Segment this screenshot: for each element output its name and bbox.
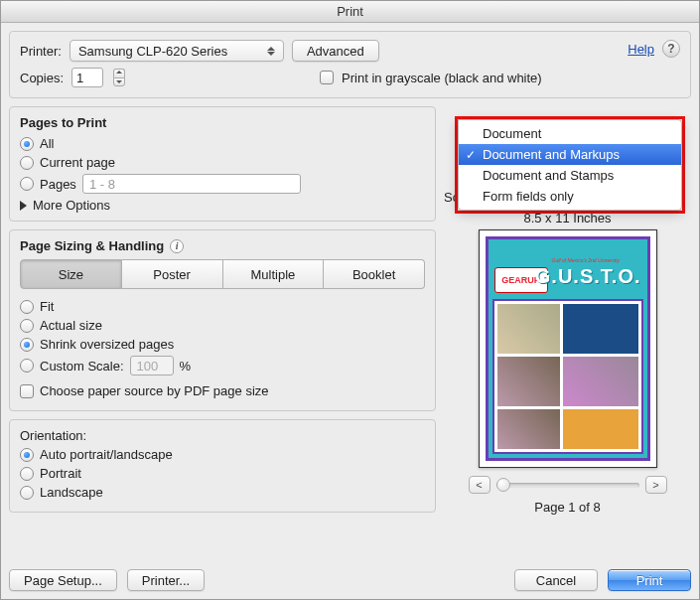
pages-to-print-group: Pages to Print All Current page Pages 1 …	[9, 106, 436, 222]
seg-multiple[interactable]: Multiple	[223, 259, 325, 289]
current-label: Current page	[40, 155, 115, 170]
radio-portrait[interactable]	[20, 467, 34, 481]
document-thumbnail: GEARUP Gulf of Mexico's 2nd University G…	[486, 236, 650, 461]
more-options-toggle[interactable]: More Options	[20, 198, 425, 213]
landscape-label: Landscape	[40, 485, 103, 500]
percent-label: %	[180, 359, 192, 374]
sizing-title: Page Sizing & Handling	[20, 238, 164, 253]
paper-source-checkbox[interactable]	[20, 384, 34, 398]
radio-actual[interactable]	[20, 319, 34, 333]
printer-button[interactable]: Printer...	[127, 569, 205, 591]
comments-forms-dropdown[interactable]: Document ✓ Document and Markups Document…	[458, 119, 682, 211]
radio-landscape[interactable]	[20, 486, 34, 500]
page-preview: GEARUP Gulf of Mexico's 2nd University G…	[479, 229, 657, 468]
portrait-label: Portrait	[40, 466, 81, 481]
seg-size[interactable]: Size	[20, 259, 122, 289]
info-icon[interactable]: i	[170, 239, 184, 253]
printer-select[interactable]: Samsung CLP-620 Series	[70, 40, 284, 62]
orientation-title: Orientation:	[20, 428, 425, 443]
copies-label: Copies:	[20, 71, 64, 85]
page-slider-track[interactable]	[496, 483, 639, 488]
copies-stepper[interactable]	[113, 69, 125, 86]
page-slider: < >	[469, 476, 667, 494]
sizing-handling-group: Page Sizing & Handling i Size Poster Mul…	[9, 229, 436, 411]
next-page-button[interactable]: >	[645, 476, 667, 494]
prev-page-button[interactable]: <	[469, 476, 490, 494]
advanced-button[interactable]: Advanced	[292, 40, 379, 62]
seg-poster[interactable]: Poster	[122, 259, 223, 289]
print-button[interactable]: Print	[608, 569, 691, 591]
dd-document[interactable]: Document	[459, 120, 681, 144]
actual-label: Actual size	[40, 318, 102, 333]
radio-fit[interactable]	[20, 300, 34, 314]
radio-shrink[interactable]	[20, 338, 34, 352]
cancel-button[interactable]: Cancel	[514, 569, 598, 591]
window-title: Print	[1, 1, 699, 23]
custom-scale-input[interactable]: 100	[130, 356, 174, 375]
radio-custom[interactable]	[20, 359, 34, 373]
page-range-input[interactable]: 1 - 8	[82, 174, 301, 194]
gusto-title: G.U.S.T.O.	[535, 265, 641, 288]
pages-to-print-title: Pages to Print	[20, 115, 425, 130]
help-link[interactable]: Help	[628, 42, 654, 57]
more-options-label: More Options	[33, 198, 110, 213]
comments-forms-highlight: Document ✓ Document and Markups Document…	[455, 116, 685, 214]
grayscale-label: Print in grayscale (black and white)	[342, 71, 542, 85]
copies-input[interactable]: 1	[71, 68, 103, 87]
check-icon: ✓	[466, 148, 476, 162]
printer-value: Samsung CLP-620 Series	[78, 44, 227, 59]
slider-thumb[interactable]	[496, 478, 510, 492]
page-setup-button[interactable]: Page Setup...	[9, 569, 117, 591]
updown-caret-icon	[263, 43, 279, 59]
dd-form-fields[interactable]: Form fields only	[459, 186, 681, 210]
dd-document-stamps[interactable]: Document and Stamps	[459, 165, 681, 186]
dialog-footer: Page Setup... Printer... Cancel Print	[1, 561, 699, 599]
disclosure-triangle-icon	[20, 201, 27, 211]
page-indicator: Page 1 of 8	[444, 500, 691, 515]
auto-orient-label: Auto portrait/landscape	[40, 447, 173, 462]
seg-booklet[interactable]: Booklet	[324, 259, 425, 289]
pages-label: Pages	[40, 177, 76, 192]
stepper-up-icon[interactable]	[113, 69, 125, 77]
custom-label: Custom Scale:	[40, 359, 124, 374]
shrink-label: Shrink oversized pages	[40, 337, 174, 352]
fit-label: Fit	[40, 299, 54, 314]
paper-source-label: Choose paper source by PDF page size	[40, 383, 269, 398]
orientation-group: Orientation: Auto portrait/landscape Por…	[9, 419, 436, 513]
dd-document-markups[interactable]: ✓ Document and Markups	[459, 144, 681, 165]
printer-label: Printer:	[20, 44, 62, 59]
help-icon[interactable]: ?	[662, 40, 680, 58]
radio-current[interactable]	[20, 156, 34, 170]
all-label: All	[40, 136, 54, 151]
radio-auto-orient[interactable]	[20, 448, 34, 462]
stepper-down-icon[interactable]	[113, 77, 125, 86]
radio-all[interactable]	[20, 137, 34, 151]
grayscale-checkbox[interactable]	[320, 71, 334, 84]
printer-copies-group: Printer: Samsung CLP-620 Series Advanced…	[9, 31, 691, 98]
radio-pages[interactable]	[20, 177, 34, 191]
sizing-segmented: Size Poster Multiple Booklet	[20, 259, 425, 289]
print-dialog: Print Printer: Samsung CLP-620 Series Ad…	[0, 0, 700, 600]
